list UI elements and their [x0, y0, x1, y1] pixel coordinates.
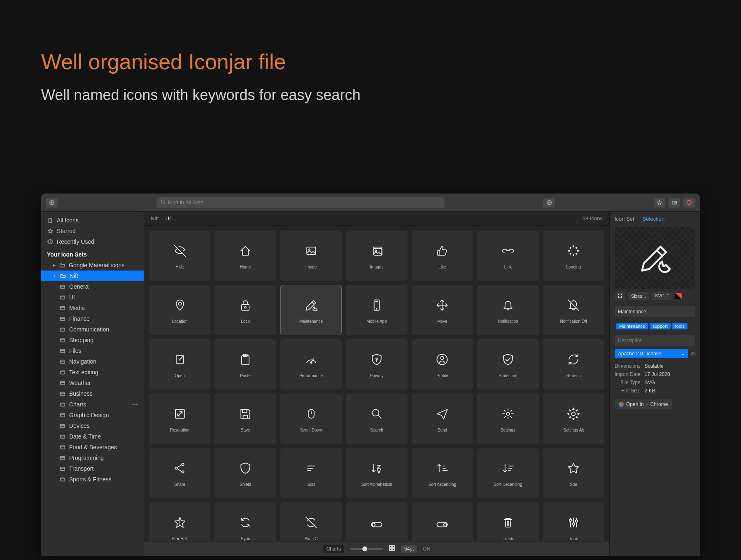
description-field[interactable]: Description: [615, 335, 695, 346]
tags-field[interactable]: Maintenancesupporttools: [615, 320, 695, 332]
sidebar-recent[interactable]: Recently Used: [41, 236, 144, 247]
sidebar-item-files[interactable]: Files: [41, 345, 144, 356]
tag-tools[interactable]: tools: [672, 323, 687, 329]
shield-icon: [237, 460, 254, 476]
icon-notification[interactable]: Notification: [477, 285, 538, 335]
license-select[interactable]: Apache 2.0 License⌄: [615, 349, 688, 358]
icon-label: Settings: [501, 428, 515, 432]
icon-scroll-down[interactable]: Scroll Down: [280, 394, 342, 444]
icon-star[interactable]: Star: [543, 448, 604, 498]
add-license-button[interactable]: ⊕: [691, 351, 695, 357]
export-button[interactable]: [669, 198, 680, 208]
icon-settings-alt[interactable]: Settings Alt: [543, 394, 604, 444]
icon-privacy[interactable]: Privacy: [346, 339, 407, 390]
sidebar-item-devices[interactable]: Devices: [41, 420, 144, 431]
sidebar-item-business[interactable]: Business: [41, 388, 144, 399]
main-panel: Nift › UI 68 Icons HideHomeImageImagesLi…: [144, 212, 609, 556]
sidebar-item-programming[interactable]: Programming: [41, 453, 144, 463]
icon-send[interactable]: Send: [412, 394, 473, 444]
tab-icon-set[interactable]: Icon Set: [615, 216, 634, 222]
icon-sort[interactable]: Sort: [280, 448, 342, 498]
folder-icon: [59, 262, 65, 268]
icon-resolution[interactable]: Resolution: [149, 394, 210, 444]
info-button[interactable]: [683, 198, 695, 208]
icon-sort-ascending[interactable]: Sort Ascending: [412, 448, 473, 498]
icon-location[interactable]: Location: [149, 285, 210, 335]
icon-label: Sort Alphabetical: [361, 482, 392, 487]
name-field[interactable]: Maintenance: [615, 306, 695, 317]
sidebar-item-general[interactable]: General: [41, 281, 144, 292]
sidebar-item-weather[interactable]: Weather: [41, 378, 144, 388]
svg-rect-65: [61, 446, 65, 449]
size-label[interactable]: 64pt: [401, 545, 417, 553]
crumb-root[interactable]: Nift: [151, 215, 159, 222]
star-button[interactable]: [654, 198, 665, 208]
icon-settings[interactable]: Settings: [477, 394, 538, 444]
sizes-select[interactable]: Sizes...: [628, 292, 649, 300]
sidebar-item-shopping[interactable]: Shopping: [41, 335, 144, 345]
icon-paste[interactable]: Paste: [214, 339, 276, 390]
icon-sort-decending[interactable]: Sort Decending: [477, 448, 538, 498]
inspector: Icon Set Selection Sizes... SVG ⌃ Mainte…: [609, 212, 700, 556]
frame-button[interactable]: [615, 292, 625, 300]
sidebar-all-icons[interactable]: All Icons: [41, 215, 144, 226]
icon-loading[interactable]: Loading: [543, 231, 604, 281]
sidebar-item-sports-fitness[interactable]: Sports & Fitness: [41, 474, 144, 485]
icon-notification-off[interactable]: Notification Off: [543, 285, 604, 335]
zoom-slider[interactable]: [350, 548, 383, 550]
icon-search[interactable]: Search: [346, 394, 407, 444]
sort-asc-icon: [434, 460, 450, 476]
sidebar-starred[interactable]: Starred: [41, 226, 144, 236]
icon-link[interactable]: Link: [477, 231, 538, 281]
icon-label: Settings Alt: [563, 428, 584, 432]
icon-images[interactable]: Images: [346, 231, 407, 281]
icon-hide[interactable]: Hide: [149, 231, 210, 281]
icon-save[interactable]: Save: [214, 394, 276, 444]
sidebar-item-navigation[interactable]: Navigation: [41, 356, 144, 367]
icon-share[interactable]: Share: [149, 448, 210, 498]
icon-shield[interactable]: Shield: [214, 448, 276, 498]
icon-image[interactable]: Image: [280, 231, 342, 281]
sidebar-item-media[interactable]: Media: [41, 303, 144, 313]
icon-refresh[interactable]: Refresh: [543, 339, 604, 390]
icon-label: Star: [570, 482, 577, 487]
icon-move[interactable]: Move: [412, 285, 473, 335]
svg-rect-64: [61, 435, 65, 439]
grid-view-icon[interactable]: [389, 545, 395, 553]
sidebar-item-communication[interactable]: Communication: [41, 324, 144, 335]
sidebar-nift[interactable]: ▼Nift: [41, 271, 144, 281]
sidebar-item-graphic-design[interactable]: Graphic Design: [41, 410, 144, 420]
sidebar-item-transport[interactable]: Transport: [41, 463, 144, 474]
icon-performance[interactable]: Performance: [280, 339, 342, 390]
color-swatch[interactable]: [675, 293, 682, 299]
sidebar-item-text-editing[interactable]: Text editing: [41, 367, 144, 378]
sidebar-item-ui[interactable]: UI: [41, 292, 144, 303]
add-button[interactable]: [46, 198, 58, 208]
icon-sort-alphabetical[interactable]: Sort Alphabetical: [346, 448, 407, 498]
icon-mobile-app[interactable]: Mobile App: [346, 285, 407, 335]
sidebar-item-finance[interactable]: Finance: [41, 313, 144, 324]
tab-selection[interactable]: Selection: [643, 216, 664, 222]
shield-key-icon: [368, 351, 385, 368]
sidebar-item-food-beverages[interactable]: Food & Beverages: [41, 442, 144, 453]
icon-like[interactable]: Like: [412, 231, 473, 281]
metadata: DimensionsScalable Import Date17 Jul 202…: [615, 363, 695, 394]
icon-home[interactable]: Home: [214, 231, 276, 281]
icon-maintenance[interactable]: Maintenance: [280, 285, 342, 335]
search-input[interactable]: Find in All Sets: [156, 197, 445, 208]
tag-maintenance[interactable]: Maintenance: [616, 323, 648, 329]
breadcrumb: Nift › UI 68 Icons: [144, 212, 609, 226]
sidebar-item-charts[interactable]: Charts: [41, 399, 144, 410]
crumb-leaf[interactable]: UI: [165, 215, 171, 222]
format-select[interactable]: SVG ⌃: [652, 292, 673, 300]
sidebar-item-date-time[interactable]: Date & Time: [41, 431, 144, 442]
filter-button[interactable]: [543, 198, 555, 208]
tag-support[interactable]: support: [650, 323, 671, 329]
icon-open[interactable]: Open: [149, 339, 210, 390]
icon-protection[interactable]: Protection: [477, 339, 538, 390]
icon-profile[interactable]: Profile: [412, 339, 473, 390]
icon-lock[interactable]: Lock: [214, 285, 276, 335]
sidebar-gmi[interactable]: ▶Google Material icons: [41, 260, 144, 271]
open-in-button[interactable]: Open In›Chrome: [615, 399, 672, 409]
icon-label: Sync: [241, 537, 250, 541]
